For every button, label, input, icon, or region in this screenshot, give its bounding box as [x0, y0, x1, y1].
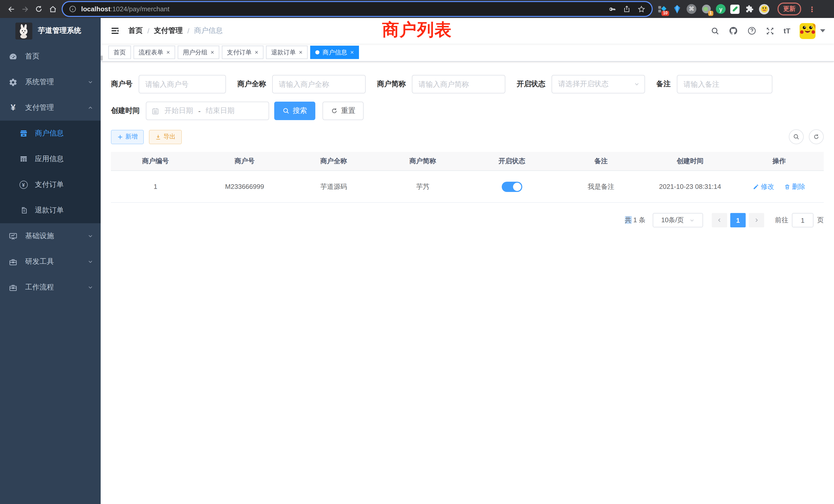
tab-home[interactable]: 首页	[108, 46, 131, 59]
browser-forward-button[interactable]	[18, 2, 32, 16]
sidebar-item-pay[interactable]: 支付管理	[0, 95, 101, 121]
goto-page-input[interactable]	[792, 213, 813, 227]
sidebar-item-infra[interactable]: 基础设施	[0, 223, 101, 249]
sidebar-scrollbar-thumb[interactable]	[101, 55, 103, 61]
table-header: 商户编号 商户号 商户全称 商户简称 开启状态 备注 创建时间 操作	[111, 152, 824, 171]
sidebar-item-pay-order[interactable]: 支付订单	[0, 172, 101, 198]
sidebar-item-app-info[interactable]: 应用信息	[0, 146, 101, 172]
column-header: 商户全称	[289, 152, 378, 171]
help-doc-button[interactable]	[743, 18, 761, 44]
tab-merchant-info[interactable]: 商户信息	[310, 46, 359, 59]
create-time-range-picker[interactable]: 开始日期 - 结束日期	[146, 101, 269, 120]
field-label: 商户号	[111, 79, 132, 89]
edit-link[interactable]: 修改	[753, 182, 774, 191]
browser-update-button[interactable]: 更新	[777, 3, 801, 16]
tab-refund-order[interactable]: 退款订单	[266, 46, 308, 59]
pay-submenu: 商户信息 应用信息 支付订单 退款订单	[0, 121, 101, 223]
status-select[interactable]: 请选择开启状态	[552, 75, 645, 93]
page-size-select[interactable]: 10条/页	[653, 213, 703, 227]
close-icon[interactable]	[211, 49, 214, 55]
extensions-area: 10 1	[657, 3, 814, 16]
tab-process-form[interactable]: 流程表单	[133, 46, 175, 59]
gem-extension-icon[interactable]	[672, 4, 682, 14]
export-button[interactable]: 导出	[149, 130, 182, 144]
breadcrumb-pay[interactable]: 支付管理	[154, 26, 183, 36]
extension-badge: 1	[708, 10, 713, 16]
hamburger-toggle-button[interactable]	[105, 26, 125, 36]
status-toggle[interactable]	[502, 181, 522, 192]
blue-gem-icon	[673, 4, 681, 14]
font-size-button[interactable]	[779, 18, 795, 44]
browser-home-button[interactable]	[46, 2, 60, 16]
sidebar-logo[interactable]: 芋道管理系统	[0, 18, 101, 44]
goto-page: 前往 页	[775, 213, 824, 227]
add-button[interactable]: 新增	[111, 130, 144, 144]
home-icon	[48, 5, 57, 13]
sidebar-item-label: 系统管理	[25, 77, 54, 87]
notes-extension-icon[interactable]	[730, 4, 740, 14]
chevron-right-icon	[753, 217, 760, 223]
next-page-button[interactable]	[749, 213, 764, 227]
fullscreen-button[interactable]	[761, 18, 779, 44]
password-key-icon[interactable]	[608, 5, 616, 13]
sidebar-item-workflow[interactable]: 工作流程	[0, 275, 101, 300]
user-avatar[interactable]	[799, 23, 815, 39]
breadcrumb-current: 商户信息	[194, 26, 223, 36]
prev-page-button[interactable]	[712, 213, 727, 227]
extensions-puzzle-icon[interactable]	[744, 4, 754, 14]
pikachu-avatar-icon	[799, 23, 815, 39]
tab-user-group[interactable]: 用户分组	[178, 46, 219, 59]
column-header: 商户号	[200, 152, 289, 171]
goto-label: 前往	[775, 215, 788, 225]
delete-link[interactable]: 删除	[784, 182, 805, 191]
header-search-button[interactable]	[706, 18, 724, 44]
select-placeholder: 请选择开启状态	[558, 79, 609, 89]
plus-icon	[117, 134, 123, 140]
show-search-toggle-button[interactable]	[789, 129, 804, 144]
sidebar-item-refund-order[interactable]: 退款订单	[0, 198, 101, 223]
close-icon[interactable]	[299, 49, 303, 55]
download-icon	[155, 134, 161, 140]
bookmark-star-icon[interactable]	[637, 5, 645, 13]
close-icon[interactable]	[255, 49, 258, 55]
recorder-extension-icon[interactable]: 1	[701, 4, 711, 14]
site-info-icon[interactable]	[69, 5, 76, 13]
github-icon	[729, 26, 738, 36]
reset-button[interactable]: 重置	[323, 101, 364, 120]
refresh-table-button[interactable]	[809, 129, 824, 144]
toolbox-icon	[9, 257, 18, 266]
merchant-no-input[interactable]	[139, 75, 226, 93]
date-separator: -	[198, 107, 200, 115]
address-bar[interactable]: localhost:1024/pay/merchant	[63, 2, 652, 16]
browser-menu-button[interactable]	[808, 5, 814, 13]
merchant-name-input[interactable]	[272, 75, 366, 93]
merchant-short-input[interactable]	[412, 75, 505, 93]
browser-back-button[interactable]	[4, 2, 18, 16]
share-icon[interactable]	[623, 5, 631, 13]
sidebar-item-merchant-info[interactable]: 商户信息	[0, 121, 101, 146]
avatar-caret-down-icon[interactable]	[820, 29, 825, 32]
sidebar-item-system[interactable]: 系统管理	[0, 69, 101, 95]
breadcrumb-home[interactable]: 首页	[128, 26, 143, 36]
sidebar-item-label: 应用信息	[35, 155, 64, 164]
close-icon[interactable]	[350, 49, 354, 55]
tab-manager-extension-icon[interactable]: 10	[657, 4, 667, 14]
command-extension-icon[interactable]	[687, 4, 696, 14]
page-number-1[interactable]: 1	[730, 213, 746, 227]
chevron-down-icon	[87, 233, 93, 239]
refund-documents-icon	[19, 206, 28, 215]
sidebar-item-devtools[interactable]: 研发工具	[0, 249, 101, 275]
search-button[interactable]: 搜索	[274, 101, 315, 120]
github-link-button[interactable]	[724, 18, 743, 44]
yen-icon	[9, 104, 18, 112]
tab-pay-order[interactable]: 支付订单	[222, 46, 263, 59]
close-icon[interactable]	[167, 49, 170, 55]
sidebar-item-home[interactable]: 首页	[0, 44, 101, 69]
field-label: 商户全称	[237, 79, 266, 89]
remark-input[interactable]	[677, 75, 772, 93]
profile-smiley-icon[interactable]	[759, 4, 769, 14]
field-label: 创建时间	[111, 106, 140, 115]
y-extension-icon[interactable]	[716, 4, 726, 14]
browser-reload-button[interactable]	[32, 2, 46, 16]
reset-button-label: 重置	[341, 106, 355, 115]
